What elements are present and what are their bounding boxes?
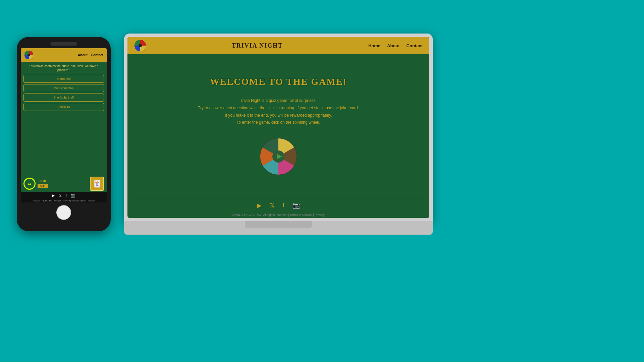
laptop-description: Trivia Night is a quiz game full of surp… <box>198 97 359 126</box>
laptop-contact-link[interactable]: Contact <box>407 43 423 48</box>
phone-joker-card[interactable]: 🃏 <box>90 177 104 191</box>
phone-footer-area: 12 3/10 Quit 🃏 <box>21 175 107 192</box>
laptop-social-footer: ▶ 𝕏 f 📷 <box>127 199 429 212</box>
laptop-mockup: TRIVIA NIGHT Home About Contact WELCOME … <box>124 34 433 235</box>
laptop-logo-icon <box>134 40 146 52</box>
phone-about-link[interactable]: About <box>78 53 88 57</box>
phone-speaker <box>50 42 77 46</box>
phone-question: This movie contains the quote, "Houston,… <box>23 64 104 72</box>
laptop-copyright: © WILD TRIVIAL INC | All rights reserved… <box>127 212 429 218</box>
phone-home-button[interactable] <box>56 205 71 220</box>
laptop-welcome-title: WELCOME TO THE GAME! <box>210 76 347 87</box>
phone-score: 3/10 <box>40 179 46 183</box>
phone-nav: About Contact <box>78 53 103 57</box>
phone-twitter-icon[interactable]: 𝕏 <box>59 193 62 198</box>
phone-screen: About Contact This movie contains the qu… <box>21 48 107 202</box>
phone-youtube-icon[interactable]: ▶ <box>52 193 55 198</box>
phone-copyright: © WILD TRIVIAL INC | All rights reserved… <box>21 199 107 202</box>
laptop-header: TRIVIA NIGHT Home About Contact <box>127 37 429 54</box>
phone-answer-marooned[interactable]: Marooned <box>23 75 104 83</box>
laptop-facebook-icon[interactable]: f <box>283 202 284 209</box>
phone-mockup: About Contact This movie contains the qu… <box>17 37 111 231</box>
phone-contact-link[interactable]: Contact <box>91 53 103 57</box>
phone-answer-apollo[interactable]: Apollo 13 <box>23 103 104 111</box>
svg-point-1 <box>28 54 30 56</box>
laptop-twitter-icon[interactable]: 𝕏 <box>270 202 275 209</box>
spinning-wheel[interactable] <box>258 136 299 177</box>
laptop-base-notch <box>245 221 312 228</box>
phone-answer-rightstuff[interactable]: The Right Stuff <box>23 94 104 102</box>
phone-quit-button[interactable]: Quit <box>38 184 48 188</box>
phone-logo-icon <box>24 50 34 60</box>
phone-body: About Contact This movie contains the qu… <box>17 37 111 231</box>
phone-instagram-icon[interactable]: 📷 <box>71 193 75 198</box>
phone-facebook-icon[interactable]: f <box>66 193 67 198</box>
phone-answer-capricorn[interactable]: Capricorn One <box>23 84 104 92</box>
phone-joker-icon: 🃏 <box>93 180 101 188</box>
phone-social-footer: ▶ 𝕏 f 📷 <box>21 192 107 199</box>
phone-score-quit: 3/10 Quit <box>38 179 48 188</box>
laptop-nav: Home About Contact <box>368 43 423 48</box>
laptop-body: TRIVIA NIGHT Home About Contact WELCOME … <box>124 34 433 221</box>
laptop-main: WELCOME TO THE GAME! Trivia Night is a q… <box>127 54 429 199</box>
laptop-instagram-icon[interactable]: 📷 <box>292 202 300 209</box>
laptop-youtube-icon[interactable]: ▶ <box>257 202 262 209</box>
laptop-screen: TRIVIA NIGHT Home About Contact WELCOME … <box>127 37 429 218</box>
phone-header: About Contact <box>21 48 107 62</box>
phone-content: This movie contains the quote, "Houston,… <box>21 62 107 175</box>
laptop-home-link[interactable]: Home <box>368 43 380 48</box>
phone-timer: 12 <box>23 178 36 190</box>
laptop-title: TRIVIA NIGHT <box>232 42 283 49</box>
svg-point-3 <box>139 44 142 47</box>
laptop-base <box>124 221 433 235</box>
laptop-about-link[interactable]: About <box>387 43 400 48</box>
